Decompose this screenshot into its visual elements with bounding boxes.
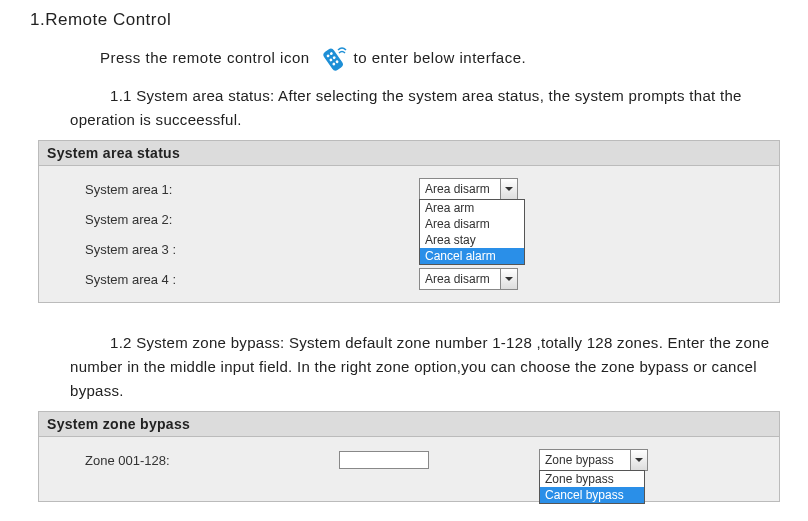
section-heading: 1.Remote Control: [30, 10, 788, 30]
dropdown-option[interactable]: Area arm: [420, 200, 524, 216]
area1-dropdown[interactable]: Area disarm Area arm Area disarm Area st…: [419, 178, 518, 200]
row-label: Zone 001-128:: [39, 453, 339, 468]
zone-bypass-dropdown[interactable]: Zone bypass Zone bypass Cancel bypass: [539, 449, 648, 471]
dropdown-button[interactable]: [500, 179, 517, 199]
dropdown-value: Zone bypass: [540, 450, 630, 470]
intro-before: Press the remote control icon: [100, 46, 310, 70]
section-1-1-text: 1.1 System area status: After selecting …: [70, 84, 778, 132]
intro-line: Press the remote control icon to enter b…: [100, 44, 788, 72]
row-label: System area 3 :: [39, 242, 419, 257]
dropdown-button[interactable]: [630, 450, 647, 470]
panel-body: Zone 001-128: Zone bypass Zone bypass Ca…: [39, 437, 779, 501]
intro-after: to enter below interface.: [354, 46, 527, 70]
dropdown-option[interactable]: Cancel bypass: [540, 487, 644, 503]
remote-control-icon: [316, 44, 348, 72]
system-zone-bypass-panel: System zone bypass Zone 001-128: Zone by…: [38, 411, 780, 502]
system-area-row: System area 3 :: [39, 234, 779, 264]
dropdown-option[interactable]: Area disarm: [420, 216, 524, 232]
system-area-status-panel: System area status System area 1: Area d…: [38, 140, 780, 303]
dropdown-option[interactable]: Cancel alarm: [420, 248, 524, 264]
dropdown-button[interactable]: [500, 269, 517, 289]
dropdown-value: Area disarm: [420, 179, 500, 199]
dropdown-option[interactable]: Area stay: [420, 232, 524, 248]
section-1-2-text: 1.2 System zone bypass: System default z…: [70, 331, 778, 403]
panel-body: System area 1: Area disarm Area arm Area…: [39, 166, 779, 302]
chevron-down-icon: [635, 458, 643, 462]
system-area-row: System area 4 : Area disarm: [39, 264, 779, 294]
row-label: System area 1:: [39, 182, 419, 197]
chevron-down-icon: [505, 187, 513, 191]
row-label: System area 2:: [39, 212, 419, 227]
dropdown-list: Area arm Area disarm Area stay Cancel al…: [419, 199, 525, 265]
dropdown-option[interactable]: Zone bypass: [540, 471, 644, 487]
panel-title: System area status: [39, 141, 779, 166]
dropdown-value: Area disarm: [420, 269, 500, 289]
zone-number-input[interactable]: [339, 451, 429, 469]
area4-dropdown[interactable]: Area disarm: [419, 268, 518, 290]
system-area-row: System area 2:: [39, 204, 779, 234]
panel-title: System zone bypass: [39, 412, 779, 437]
row-label: System area 4 :: [39, 272, 419, 287]
zone-row: Zone 001-128: Zone bypass Zone bypass Ca…: [39, 445, 779, 475]
dropdown-list: Zone bypass Cancel bypass: [539, 470, 645, 504]
system-area-row: System area 1: Area disarm Area arm Area…: [39, 174, 779, 204]
chevron-down-icon: [505, 277, 513, 281]
